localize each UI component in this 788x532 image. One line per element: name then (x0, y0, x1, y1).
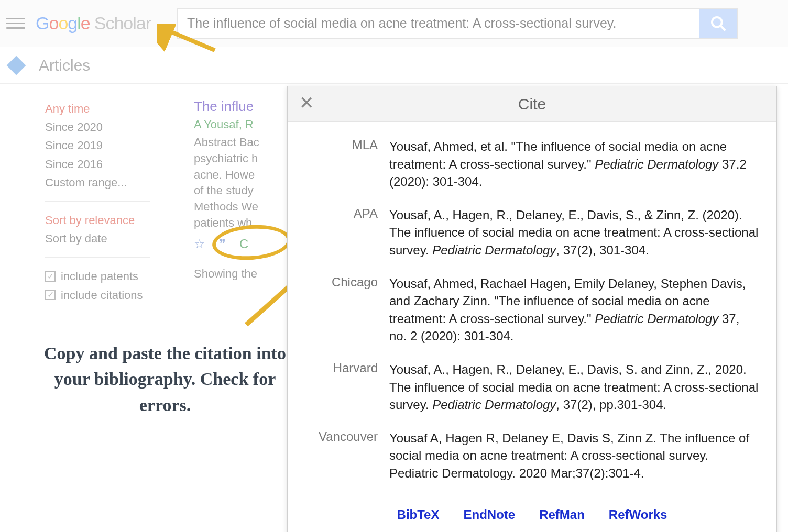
sidebar: Any time Since 2020 Since 2019 Since 201… (0, 84, 194, 304)
export-refworks[interactable]: RefWorks (609, 507, 667, 522)
checkbox-icon: ✓ (45, 290, 56, 300)
checkbox-icon: ✓ (45, 271, 56, 282)
filter-since-2016[interactable]: Since 2016 (45, 155, 194, 173)
cite-label: Chicago (305, 275, 389, 345)
cite-text[interactable]: Yousaf A, Hagen R, Delaney E, Davis S, Z… (389, 429, 759, 482)
export-refman[interactable]: RefMan (539, 507, 585, 522)
filter-custom-range[interactable]: Custom range... (45, 173, 194, 192)
cite-label: Vancouver (305, 429, 389, 482)
sort-relevance[interactable]: Sort by relevance (45, 211, 194, 229)
cite-row-mla: MLAYousaf, Ahmed, et al. "The influence … (305, 138, 759, 191)
cite-row-vancouver: VancouverYousaf A, Hagen R, Delaney E, D… (305, 429, 759, 482)
filter-any-time[interactable]: Any time (45, 99, 194, 118)
cite-label: MLA (305, 138, 389, 191)
cited-by[interactable]: C (239, 237, 248, 251)
logo[interactable]: Google Scholar (36, 13, 151, 34)
svg-point-0 (712, 17, 722, 27)
menu-icon[interactable] (6, 14, 25, 33)
cite-dialog-header: ✕ Cite (288, 86, 776, 122)
cite-row-chicago: ChicagoYousaf, Ahmed, Rachael Hagen, Emi… (305, 275, 759, 345)
svg-line-1 (720, 26, 725, 30)
sort-date[interactable]: Sort by date (45, 229, 194, 248)
search-button[interactable] (699, 9, 737, 38)
cite-icon[interactable]: ❞ (219, 237, 226, 251)
check-citations[interactable]: ✓ include citations (45, 286, 194, 304)
filter-since-2019[interactable]: Since 2019 (45, 136, 194, 154)
check-patents[interactable]: ✓ include patents (45, 267, 194, 285)
scholar-diamond-icon (7, 56, 26, 75)
header: Google Scholar (0, 0, 788, 47)
cite-exports: BibTeX EndNote RefMan RefWorks (288, 503, 776, 533)
page-title: Articles (39, 57, 90, 74)
cite-text[interactable]: Yousaf, Ahmed, et al. "The influence of … (389, 138, 759, 191)
cite-dialog-title: Cite (288, 95, 776, 113)
close-icon[interactable]: ✕ (299, 94, 314, 112)
cite-text[interactable]: Yousaf, A., Hagen, R., Delaney, E., Davi… (389, 361, 759, 414)
cite-text[interactable]: Yousaf, Ahmed, Rachael Hagen, Emily Dela… (389, 275, 759, 345)
export-bibtex[interactable]: BibTeX (397, 507, 440, 522)
search-box (177, 8, 738, 39)
search-icon (710, 15, 727, 32)
cite-row-harvard: HarvardYousaf, A., Hagen, R., Delaney, E… (305, 361, 759, 414)
export-endnote[interactable]: EndNote (463, 507, 515, 522)
star-icon[interactable]: ☆ (194, 237, 205, 251)
annotation-text: Copy and paste the citation into your bi… (31, 340, 299, 418)
subheader: Articles (0, 47, 788, 84)
filter-since-2020[interactable]: Since 2020 (45, 118, 194, 136)
check-patents-label: include patents (61, 267, 138, 285)
cite-label: APA (305, 206, 389, 259)
check-citations-label: include citations (61, 286, 143, 304)
cite-list: MLAYousaf, Ahmed, et al. "The influence … (288, 122, 776, 503)
cite-dialog: ✕ Cite MLAYousaf, Ahmed, et al. "The inf… (287, 86, 777, 532)
logo-sub: Scholar (94, 13, 151, 34)
cite-text[interactable]: Yousaf, A., Hagen, R., Delaney, E., Davi… (389, 206, 759, 259)
search-input[interactable] (178, 9, 699, 38)
cite-row-apa: APAYousaf, A., Hagen, R., Delaney, E., D… (305, 206, 759, 259)
cite-label: Harvard (305, 361, 389, 414)
